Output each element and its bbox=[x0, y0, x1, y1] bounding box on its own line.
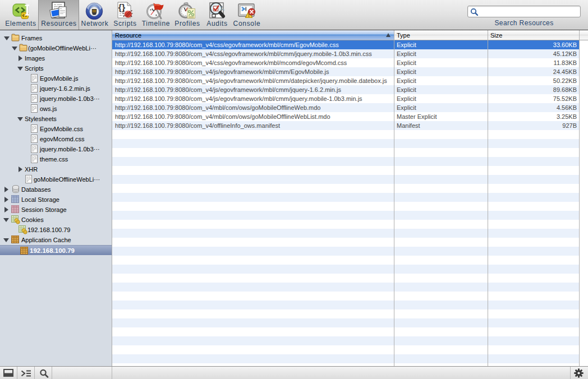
svg-text:A: A bbox=[220, 6, 224, 12]
